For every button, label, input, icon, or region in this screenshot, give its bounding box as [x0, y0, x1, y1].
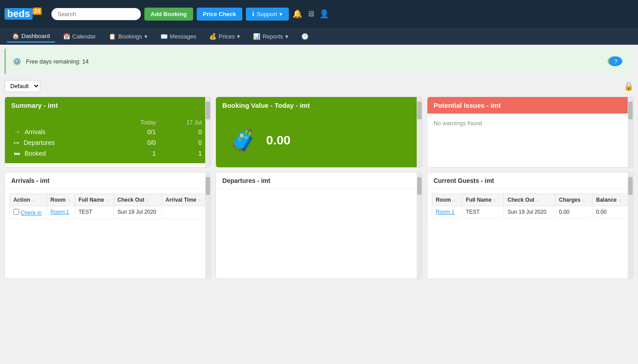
nav-icons: 🔔 🖥 👤	[292, 9, 329, 19]
dashboard-top-row: Summary - imt Today 17 Jul →Arrivals	[4, 97, 634, 168]
lock-icon[interactable]: 🔒	[624, 81, 634, 91]
reports-caret: ▾	[285, 33, 288, 40]
arrivals-col-room: Room ↕	[46, 194, 75, 206]
sort-icon: ↕	[494, 198, 496, 203]
potential-issues-scrollbar[interactable]	[628, 97, 633, 167]
logo-badge: 24	[33, 8, 41, 15]
arrivals-col-fullname: Full Name ↕	[75, 194, 114, 206]
help-icon[interactable]: ?	[608, 56, 622, 66]
user-icon[interactable]: 👤	[319, 9, 329, 19]
booking-value-header: Booking Value - Today - imt	[216, 97, 422, 114]
guests-balance-cell: 0.00	[592, 206, 629, 218]
departures-scrollbar[interactable]	[417, 173, 422, 279]
booking-value-scrollbar[interactable]	[417, 97, 422, 167]
arrivals-body: Action ↕ Room ↕ Full Name ↕ Check Out ↕ …	[5, 189, 211, 224]
dashboard-icon: 🏠	[12, 33, 19, 39]
arrivals-col-action: Action ↕	[10, 194, 47, 206]
layout-select[interactable]: Default	[4, 80, 40, 92]
arrivals-scrollbar[interactable]	[205, 173, 211, 279]
guests-checkout-cell: Sun 19 Jul 2020	[504, 206, 555, 218]
sort-icon: ↕	[68, 198, 70, 203]
arrivals-col-checkout: Check Out ↕	[114, 194, 161, 206]
logo-text: beds	[4, 8, 33, 20]
summary-body: Today 17 Jul →Arrivals 0/1 0 ↦Departures…	[5, 114, 211, 163]
summary-col-date: 17 Jul	[159, 118, 205, 127]
sort-icon: ↕	[33, 198, 35, 203]
monitor-icon[interactable]: 🖥	[307, 9, 315, 19]
arrivals-action-cell: Check in	[10, 206, 47, 219]
current-guests-widget: Current Guests - imt Room ↕ Full Name ↕ …	[427, 172, 634, 279]
no-warnings-text: No warnings found	[434, 120, 482, 127]
current-guests-scrollbar-thumb	[628, 177, 633, 195]
nav-messages[interactable]: ✉️ Messages	[155, 31, 202, 42]
toolbar: Default 🔒	[4, 80, 634, 92]
sort-icon: ↕	[537, 198, 539, 203]
nav-prices[interactable]: 💰 Prices ▾	[204, 31, 245, 42]
summary-row-today: 0/1	[113, 127, 159, 137]
add-booking-button[interactable]: Add Booking	[144, 8, 193, 21]
row-icon: →	[14, 128, 20, 135]
guests-col-charges: Charges ↕	[555, 194, 592, 206]
arrivals-room-cell[interactable]: Room 1	[46, 206, 75, 219]
potential-issues-widget: Potential Issues - imt No warnings found	[427, 97, 634, 168]
arrivals-scrollbar-thumb	[206, 177, 210, 195]
summary-row-date: 1	[159, 148, 205, 159]
sort-icon: ↕	[619, 198, 621, 203]
bookings-icon: 📋	[109, 33, 116, 40]
support-button[interactable]: ℹ Support ▾	[246, 8, 289, 21]
departures-widget: Departures - imt	[215, 172, 422, 279]
summary-row-today: 1	[113, 148, 159, 159]
logo[interactable]: beds 24	[4, 8, 43, 20]
sort-icon: ↕	[199, 198, 201, 203]
guests-col-checkout: Check Out ↕	[504, 194, 555, 206]
bookings-caret: ▾	[144, 33, 148, 40]
trial-banner: ⚙️ Free days remaining: 14 ?	[4, 48, 634, 74]
search-input[interactable]	[51, 8, 141, 20]
sort-icon: ↕	[453, 198, 456, 203]
booking-amount: 0.00	[266, 133, 291, 148]
guests-room-cell[interactable]: Room 1	[432, 206, 462, 218]
messages-icon: ✉️	[161, 33, 168, 40]
row-icon: 🛏	[14, 150, 20, 157]
nav-history[interactable]: 🕐	[296, 31, 314, 42]
arrivals-col-arrival: Arrival Time ↕	[162, 194, 206, 206]
sort-icon: ↕	[583, 198, 585, 203]
guests-name-cell: TEST	[462, 206, 504, 218]
prices-icon: 💰	[209, 33, 216, 40]
current-guests-scrollbar[interactable]	[628, 173, 633, 279]
departures-body	[216, 189, 422, 279]
nav-calendar[interactable]: 📅 Calendar	[58, 31, 101, 42]
guests-col-room: Room ↕	[432, 194, 462, 206]
arrivals-arrivaltime-cell	[162, 206, 206, 219]
nav-dashboard[interactable]: 🏠 Dashboard	[7, 30, 55, 42]
checkin-checkbox[interactable]	[13, 209, 19, 215]
checkin-link[interactable]: Check in	[21, 210, 42, 216]
gear-icon: ⚙️	[13, 57, 21, 66]
top-navigation: beds 24 Add Booking Price Check ℹ Suppor…	[0, 0, 638, 28]
table-row: ↦Departures 0/0 0	[11, 137, 204, 148]
sort-icon: ↕	[147, 198, 149, 203]
arrivals-name-cell: TEST	[75, 206, 114, 219]
reports-icon: 📊	[253, 33, 260, 40]
current-guests-table: Room ↕ Full Name ↕ Check Out ↕ Charges ↕…	[432, 194, 629, 218]
nav-reports[interactable]: 📊 Reports ▾	[248, 31, 294, 42]
price-check-button[interactable]: Price Check	[197, 8, 242, 21]
dashboard-bottom-row: Arrivals - imt Action ↕ Room ↕ Full Name…	[4, 172, 634, 279]
summary-col-label	[11, 118, 113, 127]
table-row: Room 1 TEST Sun 19 Jul 2020 0.00 0.00	[432, 206, 628, 218]
potential-issues-header: Potential Issues - imt	[427, 97, 633, 114]
info-icon: ℹ	[252, 11, 254, 17]
summary-table: Today 17 Jul →Arrivals 0/1 0 ↦Departures…	[11, 118, 204, 159]
summary-scrollbar-thumb	[206, 102, 210, 119]
chevron-down-icon: ▾	[279, 11, 283, 17]
booking-value-widget: Booking Value - Today - imt 🧳 0.00	[215, 97, 422, 168]
bell-icon[interactable]: 🔔	[292, 9, 302, 19]
row-icon: ↦	[14, 139, 19, 146]
history-icon: 🕐	[301, 33, 308, 40]
summary-row-date: 0	[159, 137, 205, 148]
summary-header: Summary - imt	[5, 97, 211, 114]
summary-scrollbar[interactable]	[205, 97, 211, 167]
current-guests-body: Room ↕ Full Name ↕ Check Out ↕ Charges ↕…	[427, 189, 633, 223]
booking-value-scrollbar-thumb	[417, 102, 422, 119]
nav-bookings[interactable]: 📋 Bookings ▾	[103, 31, 152, 42]
